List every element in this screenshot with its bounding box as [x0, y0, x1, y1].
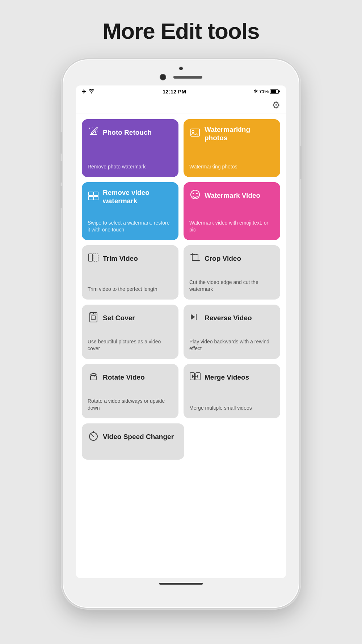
- screen: ✈ 12:12 PM ✲ 71% ⚙: [76, 85, 286, 578]
- status-bar: ✈ 12:12 PM ✲ 71%: [76, 85, 286, 97]
- status-time: 12:12 PM: [163, 88, 186, 95]
- svg-point-2: [192, 130, 194, 133]
- svg-rect-6: [94, 196, 98, 200]
- battery-percent: 71%: [259, 89, 269, 94]
- photo-retouch-icon: [88, 126, 99, 140]
- rotate-video-desc: Rotate a video sideways or upside down: [88, 398, 173, 412]
- card-header: Merge Videos: [189, 371, 274, 385]
- crop-video-title: Crop Video: [205, 255, 241, 263]
- reverse-video-title: Reverse Video: [205, 314, 252, 322]
- page-title: More Edit tools: [103, 18, 260, 44]
- card-crop-video[interactable]: Crop Video Cut the video edge and cut th…: [184, 245, 280, 300]
- watermark-video-title: Watermark Video: [205, 192, 260, 200]
- card-header: Set Cover: [88, 311, 173, 325]
- tools-row-4: Set Cover Use beautiful pictures as a vi…: [82, 305, 280, 359]
- tools-row-1: Photo Retouch Remove photo watermark: [82, 119, 280, 177]
- phone-dot: [179, 67, 183, 70]
- svg-rect-15: [196, 314, 197, 320]
- rotate-video-icon: [88, 371, 99, 385]
- set-cover-title: Set Cover: [103, 314, 135, 322]
- battery-icon: [270, 89, 280, 94]
- phone-top: [63, 59, 299, 83]
- tools-row-5: Rotate Video Rotate a video sideways or …: [82, 364, 280, 418]
- card-header: Video Speed Changer: [88, 430, 178, 444]
- remove-video-watermark-title: Remove video watermark: [103, 189, 173, 205]
- tools-scroll[interactable]: Photo Retouch Remove photo watermark: [76, 113, 286, 578]
- phone-camera: [160, 74, 166, 80]
- watermarking-photos-title: Watermarking photos: [205, 126, 274, 142]
- tools-row-3: Trim Video Trim video to the perfect len…: [82, 245, 280, 300]
- svg-point-0: [96, 127, 98, 129]
- svg-rect-4: [94, 192, 98, 196]
- card-header: Trim Video: [88, 252, 173, 266]
- svg-marker-16: [191, 314, 195, 320]
- remove-video-watermark-desc: Swipe to select a watermark, restore it …: [88, 219, 173, 234]
- reverse-video-desc: Play video backwards with a rewind effec…: [189, 338, 274, 352]
- card-reverse-video[interactable]: Reverse Video Play video backwards with …: [184, 305, 280, 359]
- card-watermark-video[interactable]: Watermark Video Watermark video with emo…: [184, 182, 280, 240]
- card-header: Crop Video: [189, 252, 274, 266]
- home-bar: [159, 578, 203, 589]
- merge-videos-icon: [189, 371, 201, 385]
- video-speed-changer-title: Video Speed Changer: [103, 433, 174, 441]
- crop-video-icon: [189, 252, 201, 266]
- svg-rect-3: [89, 192, 93, 196]
- watermark-video-desc: Watermark video with emoji,text, or pic: [189, 219, 274, 234]
- set-cover-desc: Use beautiful pictures as a video cover: [88, 338, 173, 352]
- card-header: Reverse Video: [189, 311, 274, 325]
- bluetooth-icon: ✲: [254, 89, 258, 94]
- status-right: ✲ 71%: [254, 89, 280, 94]
- card-remove-video-watermark[interactable]: Remove video watermark Swipe to select a…: [82, 182, 178, 240]
- reverse-video-icon: [189, 311, 201, 325]
- home-indicator: [159, 583, 203, 585]
- svg-point-8: [193, 193, 194, 194]
- tools-row-2: Remove video watermark Swipe to select a…: [82, 182, 280, 240]
- settings-button[interactable]: ⚙: [272, 100, 280, 111]
- card-photo-retouch[interactable]: Photo Retouch Remove photo watermark: [82, 119, 178, 177]
- phone-speaker: [173, 76, 202, 79]
- card-header: Remove video watermark: [88, 189, 173, 205]
- set-cover-icon: [88, 311, 99, 325]
- crop-video-desc: Cut the video edge and cut the watermark: [189, 279, 274, 293]
- svg-point-21: [93, 436, 94, 437]
- card-header: Watermarking photos: [189, 126, 274, 142]
- photo-retouch-desc: Remove photo watermark: [88, 163, 173, 171]
- trim-video-title: Trim Video: [103, 255, 138, 263]
- remove-video-watermark-icon: [88, 190, 99, 204]
- svg-rect-11: [93, 254, 98, 261]
- watermark-video-icon: [189, 189, 201, 203]
- empty-slot: [189, 423, 280, 460]
- svg-rect-5: [89, 196, 93, 200]
- svg-rect-14: [91, 316, 96, 319]
- phone-shell: ✈ 12:12 PM ✲ 71% ⚙: [62, 58, 300, 609]
- svg-point-9: [196, 193, 198, 194]
- merge-videos-desc: Merge multiple small videos: [189, 405, 274, 412]
- rotate-video-title: Rotate Video: [103, 373, 145, 382]
- tools-row-6: Video Speed Changer: [82, 423, 280, 460]
- trim-video-desc: Trim video to the perfect length: [88, 286, 173, 293]
- card-rotate-video[interactable]: Rotate Video Rotate a video sideways or …: [82, 364, 178, 418]
- trim-video-icon: [88, 252, 99, 266]
- watermarking-photos-desc: Watermarking photos: [189, 163, 274, 171]
- card-header: Watermark Video: [189, 189, 274, 203]
- card-header: Photo Retouch: [88, 126, 173, 140]
- video-speed-changer-icon: [88, 430, 99, 444]
- card-video-speed-changer[interactable]: Video Speed Changer: [82, 423, 184, 460]
- card-merge-videos[interactable]: Merge Videos Merge multiple small videos: [184, 364, 280, 418]
- phone-speaker-area: [160, 74, 202, 80]
- wifi-icon: [88, 88, 95, 95]
- airplane-icon: ✈: [82, 89, 86, 95]
- card-header: Rotate Video: [88, 371, 173, 385]
- merge-videos-title: Merge Videos: [205, 373, 249, 382]
- card-watermarking-photos[interactable]: Watermarking photos Watermarking photos: [184, 119, 280, 177]
- svg-rect-12: [192, 255, 198, 260]
- watermarking-photos-icon: [189, 127, 201, 141]
- card-set-cover[interactable]: Set Cover Use beautiful pictures as a vi…: [82, 305, 178, 359]
- card-trim-video[interactable]: Trim Video Trim video to the perfect len…: [82, 245, 178, 300]
- photo-retouch-title: Photo Retouch: [103, 129, 152, 137]
- svg-rect-10: [89, 254, 92, 261]
- toolbar: ⚙: [76, 97, 286, 113]
- status-left: ✈: [82, 88, 95, 95]
